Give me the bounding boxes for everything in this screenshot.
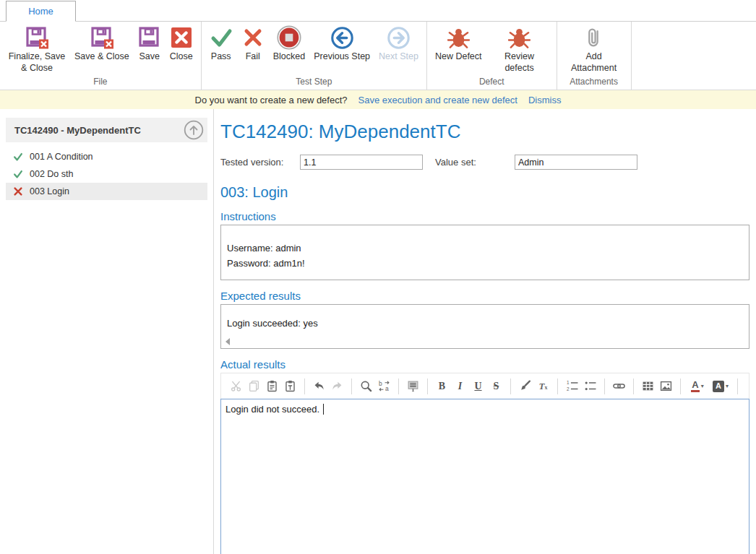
bulleted-list-icon: [584, 380, 596, 392]
dismiss-link[interactable]: Dismiss: [528, 95, 562, 105]
ribbon-button-save[interactable]: Save: [134, 24, 166, 64]
instructions-box: Username: admin Password: adm1n!: [220, 225, 749, 280]
testcase-header: TC142490 - MyDependentTC: [6, 118, 207, 142]
testcase-header-label: TC142490 - MyDependentTC: [14, 125, 141, 136]
dropdown-caret-icon: ▾: [701, 383, 704, 389]
toolbar-separator: [633, 378, 634, 394]
toolbar-separator: [351, 378, 352, 394]
save-execution-create-defect-link[interactable]: Save execution and create new defect: [358, 95, 517, 105]
instructions-text: Username: admin Password: adm1n!: [227, 241, 743, 271]
replace-button[interactable]: b a: [375, 377, 393, 395]
svg-text:2: 2: [567, 386, 570, 391]
undo-icon: [313, 380, 325, 392]
svg-text:1: 1: [567, 380, 570, 385]
step-item-002-do-sth[interactable]: 002 Do sth: [6, 165, 207, 183]
ribbon-group-attachments: Add AttachmentAttachments: [557, 22, 632, 90]
ribbon-button-previous-step[interactable]: Previous Step: [309, 24, 374, 64]
toolbar-separator: [304, 378, 305, 394]
bug-icon: [508, 25, 531, 51]
ribbon-button-add-attachment[interactable]: Add Attachment: [561, 24, 627, 74]
redo-button: [328, 377, 346, 395]
paste-icon: [266, 380, 278, 392]
bg-color-button[interactable]: A▾: [709, 377, 732, 395]
step-label: 001 A Condition: [30, 152, 93, 162]
ribbon-button-label: Next Step: [379, 51, 418, 63]
strikethrough-icon: S: [494, 381, 499, 391]
toolbar-separator: [737, 378, 738, 394]
save-close-icon: [25, 25, 48, 51]
bug-icon: [447, 25, 470, 51]
text-color-button[interactable]: A▾: [686, 377, 709, 395]
tested-version-input[interactable]: [300, 155, 423, 170]
actual-results-textarea[interactable]: Login did not succeed.: [220, 399, 749, 554]
bold-button[interactable]: B: [433, 377, 451, 395]
underline-button[interactable]: U: [469, 377, 487, 395]
select-all-icon: [407, 380, 419, 392]
step-pass-icon: [13, 169, 23, 179]
collapse-panel-button[interactable]: [184, 120, 204, 140]
value-set-input[interactable]: [515, 155, 637, 170]
ribbon-group-label: Defect: [431, 74, 553, 90]
table-button[interactable]: [639, 377, 657, 395]
ribbon-group-label: File: [4, 74, 197, 90]
ribbon-button-review-defects[interactable]: Review defects: [486, 24, 553, 74]
redo-icon: [331, 380, 343, 392]
select-all-button[interactable]: [404, 377, 422, 395]
actual-results-text: Login did not succeed.: [225, 404, 322, 415]
paste-button[interactable]: [263, 377, 281, 395]
undo-button[interactable]: [310, 377, 328, 395]
ribbon-group-defect: New Defect Review defectsDefect: [427, 22, 557, 90]
page-title: TC142490: MyDependentTC: [220, 121, 749, 143]
ribbon-button-fail[interactable]: Fail: [237, 24, 269, 64]
step-item-001-a-condition[interactable]: 001 A Condition: [6, 148, 207, 165]
bg-color-icon: A: [713, 381, 724, 392]
ribbon-button-pass[interactable]: Pass: [205, 24, 237, 64]
ribbon-button-label: Pass: [211, 51, 231, 63]
ribbon-button-label: Review defects: [491, 51, 549, 74]
italic-button[interactable]: I: [451, 377, 469, 395]
ribbon-button-finalize-save-close[interactable]: Finalize, Save & Close: [4, 24, 70, 74]
actual-results-heading: Actual results: [220, 358, 749, 371]
instructions-heading: Instructions: [220, 210, 749, 222]
execution-fields: Tested version: Value set:: [220, 155, 749, 170]
close-icon: [170, 25, 193, 51]
numbered-list-button[interactable]: 1 2: [563, 377, 581, 395]
ribbon-button-label: Fail: [246, 51, 260, 63]
svg-text:a: a: [385, 385, 389, 392]
ribbon-button-new-defect[interactable]: New Defect: [431, 24, 486, 64]
find-button[interactable]: [357, 377, 375, 395]
ribbon-button-save-close[interactable]: Save & Close: [70, 24, 134, 64]
tab-home[interactable]: Home: [6, 1, 76, 22]
toolbar-separator: [510, 378, 511, 394]
notification-question: Do you want to create a new defect?: [195, 95, 348, 105]
text-color-icon: A: [691, 380, 699, 392]
ribbon-group-label: Attachments: [561, 74, 627, 90]
numbered-list-icon: 1 2: [566, 380, 578, 392]
remove-format-button[interactable]: Tx: [534, 377, 552, 395]
ribbon-button-close[interactable]: Close: [166, 24, 197, 64]
link-icon: [613, 380, 625, 392]
splitter-collapse-icon[interactable]: [225, 338, 230, 345]
value-set-label: Value set:: [435, 157, 515, 168]
ribbon-button-label: Finalize, Save & Close: [8, 51, 66, 74]
tested-version-label: Tested version:: [220, 157, 300, 168]
ribbon-button-blocked[interactable]: Blocked: [269, 24, 309, 64]
expected-results-box: Login succeeded: yes: [220, 304, 749, 349]
save-icon: [138, 25, 161, 51]
fail-icon: [241, 25, 265, 51]
svg-text:b: b: [379, 380, 382, 387]
strikethrough-button[interactable]: S: [487, 377, 505, 395]
image-button[interactable]: [657, 377, 675, 395]
find-icon: [360, 380, 372, 392]
ribbon-button-label: Add Attachment: [565, 51, 623, 74]
bulleted-list-button[interactable]: [581, 377, 599, 395]
ribbon-button-label: New Defect: [435, 51, 482, 63]
step-item-003-login[interactable]: 003 Login: [6, 183, 207, 200]
image-icon: [660, 380, 672, 392]
paste-text-button[interactable]: [281, 377, 299, 395]
text-caret: [323, 404, 324, 415]
ribbon-group-test-step: PassFail Blocked Previous Step Next Step…: [202, 22, 427, 90]
copy-formatting-button[interactable]: [516, 377, 534, 395]
copy-button: [245, 377, 263, 395]
link-button[interactable]: [610, 377, 628, 395]
